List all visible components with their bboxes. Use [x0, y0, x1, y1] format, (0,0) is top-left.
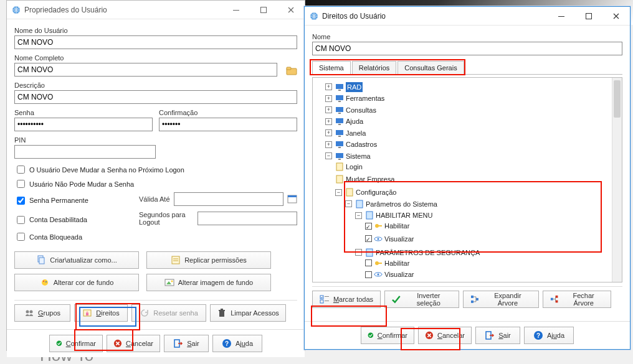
description-input[interactable]	[14, 90, 297, 104]
confirm-button[interactable]: Confirmar	[361, 327, 414, 344]
svg-rect-35	[336, 107, 343, 112]
tree-item[interactable]: Cadastros	[346, 139, 377, 149]
disabled-checkbox[interactable]	[17, 216, 25, 224]
exit-icon	[485, 330, 495, 340]
expand-tree-icon	[470, 294, 480, 304]
collapse-tree-icon	[550, 294, 559, 304]
svg-point-12	[45, 281, 47, 282]
invert-selection-button[interactable]: Inverter seleção	[384, 291, 459, 308]
reset-password-button[interactable]: Resetar senha	[131, 304, 206, 322]
tree-item[interactable]: Parâmetros do Sistema	[366, 199, 437, 209]
password-input[interactable]	[14, 118, 153, 131]
tree-item[interactable]: RAD	[346, 82, 363, 92]
checklist-icon	[320, 294, 330, 304]
svg-rect-47	[346, 189, 353, 196]
svg-rect-21	[219, 310, 225, 311]
tree-item[interactable]: Consultas	[346, 105, 376, 115]
cannot-change-label: Usuário Não Pode Mudar a Senha	[29, 180, 134, 188]
collapse-tree-button[interactable]: Fechar Árvore	[543, 291, 611, 308]
users-icon	[24, 308, 34, 318]
globe-icon	[310, 12, 318, 21]
tree-item[interactable]: Mudar Empresa	[346, 174, 394, 184]
tab-consultas-gerais[interactable]: Consultas Gerais	[397, 61, 464, 75]
tree-item[interactable]: Ferramentas	[346, 93, 384, 103]
exit-button[interactable]: Sair	[475, 327, 520, 344]
calendar-icon[interactable]	[287, 194, 297, 204]
svg-rect-73	[556, 301, 558, 303]
valid-until-label: Válida Até	[139, 195, 170, 203]
tree-item[interactable]: Sistema	[346, 151, 371, 161]
exit-button[interactable]: Sair	[164, 335, 209, 352]
svg-rect-44	[338, 159, 341, 160]
rights-tree[interactable]: +RAD +Ferramentas +Consultas +Ajuda +Jan…	[312, 77, 622, 282]
tree-item[interactable]: Habilitar	[384, 258, 409, 268]
mark-all-button[interactable]: Marcar todas	[312, 291, 381, 308]
svg-rect-40	[338, 136, 341, 137]
maximize-button[interactable]	[575, 7, 602, 26]
tree-item[interactable]: Relatórios	[356, 282, 387, 282]
svg-point-58	[378, 274, 379, 276]
tab-relatorios[interactable]: Relatórios	[352, 61, 397, 75]
cannot-change-checkbox[interactable]	[17, 180, 25, 188]
tree-scrollbar[interactable]	[612, 78, 622, 282]
cancel-button[interactable]: Cancelar	[107, 335, 160, 352]
permanent-checkbox[interactable]	[17, 197, 25, 205]
lock-icon	[82, 308, 92, 318]
tree-item[interactable]: HABILITAR MENU	[376, 210, 432, 220]
close-button[interactable]	[277, 1, 305, 19]
locked-checkbox[interactable]	[17, 233, 25, 241]
svg-rect-1	[233, 10, 239, 11]
tree-item[interactable]: Janela	[346, 128, 366, 138]
check-habilitar-2[interactable]	[365, 259, 372, 266]
tree-item[interactable]: PARÂMETROS DE SEGURANÇA	[376, 248, 480, 258]
help-button[interactable]: ? Ajuda	[212, 335, 262, 352]
valid-until-input[interactable]	[174, 192, 283, 206]
param-icon	[355, 200, 364, 208]
change-bg-image-button[interactable]: Alterar imagem de fundo	[146, 274, 271, 291]
tree-item[interactable]: Login	[346, 162, 363, 172]
tree-item[interactable]: Configuração	[356, 187, 396, 197]
confirm-button[interactable]: Confirmar	[49, 335, 103, 352]
svg-rect-29	[558, 16, 564, 17]
username-input[interactable]	[14, 35, 297, 49]
check-visualizar-2[interactable]	[365, 271, 372, 278]
tree-item[interactable]: Visualizar	[384, 269, 414, 279]
logout-seconds-input[interactable]	[198, 212, 297, 225]
confirm-input[interactable]	[159, 118, 297, 131]
tree-item[interactable]: Visualizar	[384, 234, 414, 244]
svg-point-16	[26, 310, 29, 314]
svg-rect-51	[378, 225, 382, 226]
replicate-permissions-button[interactable]: Replicar permissões	[146, 251, 271, 269]
user-rights-window[interactable]: Direitos do Usuário Nome Sistema Relatór…	[304, 6, 631, 350]
name-label: Nome	[312, 33, 622, 40]
pin-input[interactable]	[14, 145, 156, 159]
cancel-button[interactable]: Cancelar	[418, 327, 472, 344]
close-button[interactable]	[602, 7, 630, 26]
create-update-as-button[interactable]: Criar\atualizar como...	[14, 251, 139, 269]
rights-button[interactable]: Direitos	[74, 304, 128, 322]
name-input[interactable]	[312, 42, 622, 55]
tree-item[interactable]: Habilitar	[384, 221, 409, 231]
folder-icon[interactable]	[286, 65, 297, 77]
minimize-button[interactable]	[222, 1, 250, 19]
svg-rect-67	[325, 301, 329, 301]
must-change-checkbox[interactable]	[17, 166, 25, 174]
tree-item[interactable]: Ajuda	[346, 116, 363, 126]
check-visualizar[interactable]	[365, 235, 372, 242]
user-properties-window[interactable]: Propriedades do Usuário Nome do Usuário …	[6, 0, 305, 351]
groups-button[interactable]: Grupos	[14, 304, 70, 322]
help-button[interactable]: ? Ajuda	[524, 327, 574, 344]
change-bg-color-button[interactable]: Alterar cor de fundo	[14, 274, 139, 291]
expand-tree-button[interactable]: Expandir Árvore	[463, 291, 539, 308]
maximize-button[interactable]	[250, 1, 277, 19]
svg-rect-38	[338, 124, 341, 125]
expand-icon[interactable]: +	[325, 83, 332, 90]
svg-rect-48	[356, 200, 363, 208]
fullname-input[interactable]	[14, 63, 277, 77]
svg-rect-56	[378, 263, 382, 264]
svg-rect-20	[219, 311, 224, 317]
tab-sistema[interactable]: Sistema	[312, 61, 351, 75]
clear-access-button[interactable]: Limpar Acessos	[210, 304, 286, 322]
minimize-button[interactable]	[548, 7, 575, 26]
check-habilitar[interactable]	[365, 223, 372, 230]
